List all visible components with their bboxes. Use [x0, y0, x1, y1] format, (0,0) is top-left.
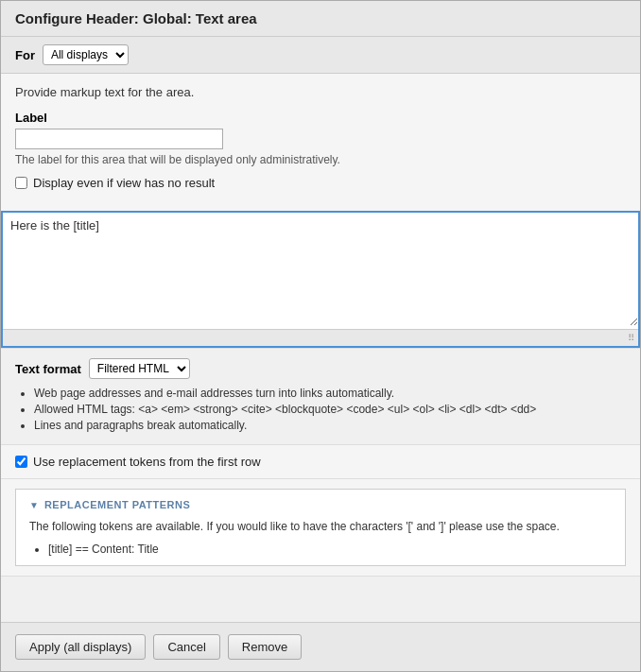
- format-bullet-2: Allowed HTML tags: <a> <em> <strong> <ci…: [34, 403, 626, 416]
- triangle-icon: ▼: [29, 500, 39, 510]
- token-list: [title] == Content: Title: [29, 543, 612, 556]
- replacement-checkbox-label[interactable]: Use replacement tokens from the first ro…: [33, 455, 261, 469]
- configure-dialog: Configure Header: Global: Text area For …: [0, 0, 641, 672]
- replacement-patterns-box: ▼ REPLACEMENT PATTERNS The following tok…: [15, 489, 626, 566]
- for-select[interactable]: All displays: [43, 44, 129, 65]
- text-format-row: Text format Filtered HTML: [15, 358, 626, 379]
- text-format-section: Text format Filtered HTML Web page addre…: [1, 348, 640, 445]
- display-checkbox-label[interactable]: Display even if view has no result: [33, 176, 215, 190]
- textarea-toolbar: ⠿: [3, 329, 638, 346]
- replacement-token-row: Use replacement tokens from the first ro…: [1, 445, 640, 479]
- button-bar: Apply (all displays) Cancel Remove: [1, 622, 640, 671]
- display-checkbox-row: Display even if view has no result: [15, 176, 626, 190]
- replacement-patterns-section: ▼ REPLACEMENT PATTERNS The following tok…: [1, 479, 640, 577]
- label-input[interactable]: [15, 129, 223, 149]
- provide-text: Provide markup text for the area.: [15, 85, 626, 99]
- replacement-description: The following tokens are available. If y…: [29, 518, 612, 535]
- text-format-select[interactable]: Filtered HTML: [89, 358, 190, 379]
- dialog-title: Configure Header: Global: Text area: [1, 1, 640, 37]
- format-bullet-1: Web page addresses and e-mail addresses …: [34, 387, 626, 400]
- text-format-label: Text format: [15, 362, 81, 376]
- main-content: Provide markup text for the area. Label …: [1, 74, 640, 211]
- format-bullet-3: Lines and paragraphs break automatically…: [34, 419, 626, 432]
- replacement-title: REPLACEMENT PATTERNS: [44, 499, 190, 510]
- display-checkbox[interactable]: [15, 177, 27, 189]
- resize-handle-icon: ⠿: [628, 333, 634, 343]
- apply-button[interactable]: Apply (all displays): [15, 634, 146, 660]
- textarea-section: Here is the [title] ⠿: [1, 211, 640, 348]
- format-bullets: Web page addresses and e-mail addresses …: [15, 387, 626, 432]
- label-field-label: Label: [15, 111, 626, 125]
- replacement-checkbox[interactable]: [15, 456, 27, 468]
- for-row: For All displays: [1, 37, 640, 74]
- label-section: Label The label for this area that will …: [15, 111, 626, 166]
- replacement-header: ▼ REPLACEMENT PATTERNS: [29, 499, 612, 510]
- cancel-button[interactable]: Cancel: [153, 634, 219, 660]
- for-label: For: [15, 48, 35, 62]
- remove-button[interactable]: Remove: [228, 634, 302, 660]
- content-textarea[interactable]: Here is the [title]: [3, 213, 638, 326]
- label-description: The label for this area that will be dis…: [15, 153, 626, 166]
- token-item: [title] == Content: Title: [48, 543, 612, 556]
